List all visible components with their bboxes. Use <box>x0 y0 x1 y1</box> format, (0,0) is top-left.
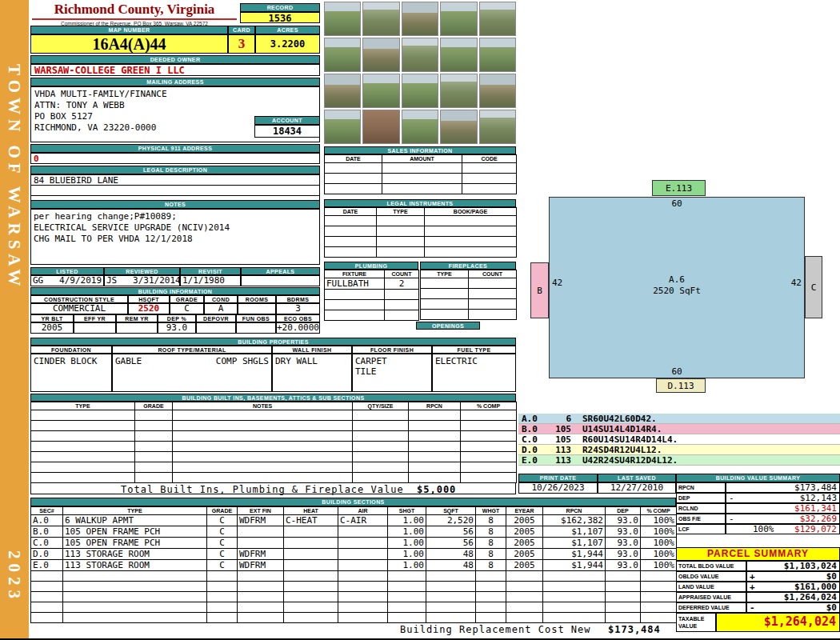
value-summary-value: $32,269 <box>800 514 837 524</box>
section-shgt-value: 1.00 <box>388 515 426 526</box>
section-extfin-value <box>238 526 284 538</box>
plumbing-fixture-header: FIXTURE <box>325 270 385 278</box>
photo-thumbnail[interactable] <box>479 74 516 108</box>
building-section-row: E.0 113 STORAGE ROOM C WDFRM 1.00 48 8 2… <box>31 560 677 571</box>
section-shgt-value: 1.00 <box>388 560 426 571</box>
photo-thumbnail[interactable] <box>402 2 438 36</box>
ecoobs-header: ECO OBS <box>276 314 320 322</box>
section-sqft-value: 56 <box>426 538 476 549</box>
photo-thumbnail[interactable] <box>440 2 477 36</box>
value-summary-operator: - <box>729 493 738 503</box>
photo-thumbnail[interactable] <box>479 110 516 144</box>
photo-thumbnail[interactable] <box>440 110 477 144</box>
building-sections-table: SEC# TYPE GRADE EXT FIN HEAT AIR SHGT SQ… <box>30 506 677 623</box>
photo-thumbnail[interactable] <box>402 110 438 144</box>
photo-thumbnail[interactable] <box>440 38 477 72</box>
notes-line-1: per hearing change;P#10089; <box>34 211 317 222</box>
sections-eyear-header: EYEAR <box>506 507 543 515</box>
section-shgt-value: 1.00 <box>388 549 426 560</box>
value-summary-row: RCLND $161,341 <box>676 503 840 514</box>
instruments-bookpage-header: BOOK/PAGE <box>425 208 517 216</box>
construction-style-value: COMMERCIAL <box>30 303 128 314</box>
section-eyear-value: 2005 <box>506 549 543 560</box>
section-sec-value: D.0 <box>31 549 63 560</box>
empty-row <box>325 237 517 247</box>
ecoobs-value: +20.0000 <box>276 322 320 334</box>
county-title: Richmond County, Virginia <box>32 2 237 20</box>
deeded-owner-header: DEEDED OWNER <box>30 55 320 64</box>
empty-row <box>31 473 517 483</box>
photo-thumbnail[interactable] <box>479 2 516 36</box>
section-grade-value: C <box>207 560 238 571</box>
notes-line-3: CHG MAIL TO PER VHDA 12/1/2018 <box>34 234 317 245</box>
sketch-section-a: 60 60 42 42 A.6 2520 SqFt <box>549 197 805 378</box>
section-sec-value: B.0 <box>31 526 63 538</box>
parcel-row-value: $1,103,024 <box>784 561 837 571</box>
photo-thumbnail[interactable] <box>324 110 361 144</box>
sketch-legend-row: A.0 6 SR60U42L60D42. <box>518 414 840 424</box>
sketch-main-labels: A.6 2520 SqFt <box>550 274 804 297</box>
photo-thumbnail[interactable] <box>324 38 361 72</box>
record-header: RECORD <box>240 3 320 12</box>
photo-thumbnail[interactable] <box>362 38 399 72</box>
built-ins-grade-header: GRADE <box>135 402 173 410</box>
parcel-row-value: $161,000 <box>794 582 837 592</box>
fireplaces-type-header: TYPE <box>421 270 469 278</box>
section-air-value <box>338 526 388 538</box>
value-summary-label: DEP <box>676 493 726 503</box>
sketch-legend-row: D.0 113 R24SD4R12U4L12. <box>518 445 840 455</box>
section-eyear-value: 2005 <box>506 526 543 538</box>
parcel-row-value: $1,264,024 <box>784 592 837 602</box>
photo-thumbnail[interactable] <box>402 38 438 72</box>
sections-whgt-header: WHGT <box>476 507 506 515</box>
photo-thumbnail[interactable] <box>324 2 361 36</box>
sketch-section-d: D.113 <box>656 378 706 393</box>
notes-line-2: ELECTRICAL SERVICE UPGRADE (NCIV)2014 <box>34 222 317 234</box>
plumbing-count-header: COUNT <box>385 270 419 278</box>
photo-thumbnail[interactable] <box>479 38 516 72</box>
foundation-value: CINDER BLOCK <box>30 354 112 392</box>
section-eyear-value: 2005 <box>506 538 543 549</box>
photo-thumbnail[interactable] <box>362 110 399 144</box>
empty-row <box>31 431 517 442</box>
physical-address-value: 0 <box>30 153 320 164</box>
listed-header: LISTED <box>30 267 104 275</box>
yrblt-value: 2005 <box>30 322 74 334</box>
photo-thumbnail[interactable] <box>402 74 438 108</box>
section-heat-value <box>284 549 338 560</box>
legend-vector-code: R60U14SU14R4D14L4. <box>582 434 678 445</box>
built-ins-header: BUILDING BUILT INS, BASEMENTS, ATTICS & … <box>30 394 516 402</box>
parcel-summary-row: OBLDG VALUE + $0 <box>676 571 840 582</box>
photo-thumbnail[interactable] <box>362 74 399 108</box>
sections-heat-header: HEAT <box>284 507 338 515</box>
building-sections-header: BUILDING SECTIONS <box>30 498 676 506</box>
floor-finish-line-1: CARPET <box>355 356 429 366</box>
photo-thumbnail[interactable] <box>324 74 361 108</box>
plumbing-table: FIXTURE COUNT FULLBATH 2 <box>324 270 419 321</box>
section-dep-value: 93.0 <box>606 526 641 538</box>
section-sec-value: A.0 <box>31 515 63 526</box>
value-summary-value: $12,143 <box>800 493 837 503</box>
taxable-value-row: TAXABLE VALUE $1,264,024 <box>676 613 840 632</box>
legal-description-empty-row <box>31 186 319 196</box>
dates-values: 10/26/2023 12/27/2010 <box>518 482 676 494</box>
photo-thumbnail[interactable] <box>440 74 477 108</box>
section-heat-value <box>284 526 338 538</box>
instruments-type-header: TYPE <box>377 208 425 216</box>
section-whgt-value: 8 <box>476 526 506 538</box>
value-summary-row: DEP - $12,143 <box>676 493 840 503</box>
legend-section-code: 113 <box>547 445 571 455</box>
parcel-summary: TOTAL BLDG VALUE $1,103,024 OBLDG VALUE … <box>676 561 840 613</box>
section-whgt-value: 8 <box>476 549 506 560</box>
section-type-value: 113 STORAGE ROOM <box>63 549 207 560</box>
photo-thumbnail[interactable] <box>362 2 399 36</box>
construction-style-header: CONSTRUCTION STYLE <box>30 295 128 303</box>
revisit-header: REVISIT <box>180 267 241 275</box>
legend-section-id: C.0 <box>518 434 547 445</box>
sections-type-header: TYPE <box>63 507 207 515</box>
sketch-section-b: B <box>530 262 549 318</box>
sections-dep-header: DEP <box>606 507 641 515</box>
built-ins-type-header: TYPE <box>31 402 135 410</box>
roof-type-value: GABLE <box>115 356 142 366</box>
replacement-cost-value: $173,484 <box>608 624 661 635</box>
